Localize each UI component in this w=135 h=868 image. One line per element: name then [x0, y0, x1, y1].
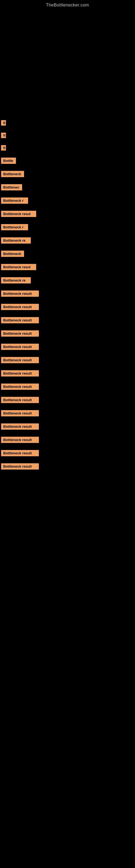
result-row-small-2: B	[0, 130, 135, 141]
result-row-6: Bottleneck r	[0, 221, 135, 233]
bottleneck-item-9: Bottleneck resul	[1, 264, 36, 270]
bottleneck-item-21: Bottleneck result	[1, 424, 39, 430]
bottleneck-item-16: Bottleneck result	[1, 357, 39, 363]
result-row-16: Bottleneck result	[0, 354, 135, 366]
bottleneck-item-11: Bottleneck result	[1, 290, 39, 297]
result-row-17: Bottleneck result	[0, 368, 135, 379]
bottleneck-item-10: Bottleneck re	[1, 277, 31, 283]
result-row-13: Bottleneck result	[0, 314, 135, 326]
bottleneck-item-20: Bottleneck result	[1, 410, 39, 416]
result-row-9: Bottleneck resul	[0, 261, 135, 273]
bottleneck-item-19: Bottleneck result	[1, 397, 39, 403]
result-row-20: Bottleneck result	[0, 407, 135, 419]
result-row-5: Bottleneck resul	[0, 208, 135, 220]
bottleneck-item-12: Bottleneck result	[1, 304, 39, 310]
bottleneck-item-2: Bottleneck	[1, 171, 24, 177]
result-row-15: Bottleneck result	[0, 341, 135, 352]
result-row-24: Bottleneck result	[0, 461, 135, 472]
result-row-19: Bottleneck result	[0, 394, 135, 406]
bottleneck-item-22: Bottleneck result	[1, 437, 39, 443]
bottleneck-item-14: Bottleneck result	[1, 330, 39, 337]
result-row-10: Bottleneck re	[0, 275, 135, 286]
site-title: TheBottlenecker.com	[0, 0, 135, 9]
bottleneck-item-small-3: B	[1, 145, 6, 151]
bottleneck-item-small-2: B	[1, 133, 6, 138]
result-row-21: Bottleneck result	[0, 421, 135, 432]
result-row-2: Bottleneck	[0, 168, 135, 180]
bottleneck-item-3: Bottlenec	[1, 184, 22, 190]
result-row-12: Bottleneck result	[0, 301, 135, 313]
result-row-4: Bottleneck r	[0, 195, 135, 207]
result-row-18: Bottleneck result	[0, 381, 135, 393]
result-row-11: Bottleneck result	[0, 288, 135, 300]
bottleneck-item-small-1: B	[1, 120, 6, 126]
bottleneck-item-13: Bottleneck result	[1, 317, 39, 323]
bottleneck-item-17: Bottleneck result	[1, 370, 39, 376]
result-row-8: Bottleneck	[0, 248, 135, 259]
bottleneck-item-15: Bottleneck result	[1, 344, 39, 350]
bottleneck-item-1: Bottle	[1, 158, 16, 164]
result-row-1: Bottle	[0, 155, 135, 166]
bottleneck-item-18: Bottleneck result	[1, 383, 39, 390]
bottleneck-item-23: Bottleneck result	[1, 450, 39, 456]
result-row-14: Bottleneck result	[0, 328, 135, 339]
bottleneck-item-6: Bottleneck r	[1, 224, 28, 230]
result-row-small-1: B	[0, 118, 135, 128]
bottleneck-item-8: Bottleneck	[1, 251, 24, 257]
bottleneck-item-24: Bottleneck result	[1, 463, 39, 469]
page-wrapper: TheBottlenecker.com B B B Bottle Bottlen…	[0, 0, 135, 472]
bottleneck-item-4: Bottleneck r	[1, 197, 28, 204]
bottleneck-item-7: Bottleneck re	[1, 237, 31, 244]
result-row-22: Bottleneck result	[0, 434, 135, 446]
result-row-small-3: B	[0, 143, 135, 153]
result-row-7: Bottleneck re	[0, 235, 135, 246]
content-area: B B B Bottle Bottleneck Bottlenec Bottle…	[0, 9, 135, 472]
result-row-23: Bottleneck result	[0, 447, 135, 459]
result-row-3: Bottlenec	[0, 182, 135, 193]
bottleneck-item-5: Bottleneck resul	[1, 211, 36, 217]
